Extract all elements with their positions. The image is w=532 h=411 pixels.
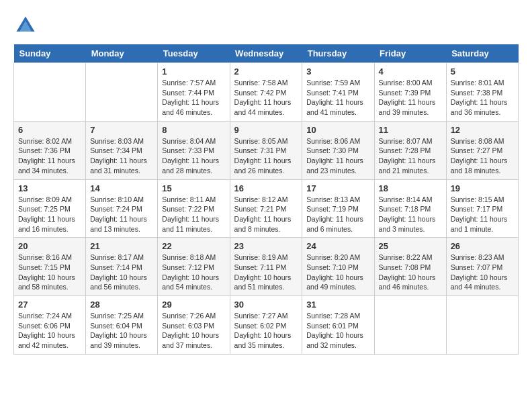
- day-info: Sunrise: 8:15 AMSunset: 7:17 PMDaylight:…: [451, 195, 514, 234]
- day-number: 30: [234, 300, 298, 310]
- day-info: Sunrise: 8:06 AMSunset: 7:30 PMDaylight:…: [306, 136, 369, 176]
- day-number: 28: [90, 300, 153, 310]
- calendar-cell: 10Sunrise: 8:06 AMSunset: 7:30 PMDayligh…: [302, 121, 374, 179]
- calendar-week-row: 6Sunrise: 8:02 AMSunset: 7:36 PMDaylight…: [14, 121, 519, 179]
- day-number: 22: [162, 241, 225, 251]
- day-header-thursday: Thursday: [302, 44, 374, 63]
- day-info: Sunrise: 7:27 AMSunset: 6:02 PMDaylight:…: [234, 311, 298, 351]
- calendar-cell: 31Sunrise: 7:28 AMSunset: 6:01 PMDayligh…: [302, 296, 374, 355]
- calendar-cell: 19Sunrise: 8:15 AMSunset: 7:17 PMDayligh…: [446, 179, 518, 238]
- day-number: 31: [306, 300, 369, 310]
- day-info: Sunrise: 8:09 AMSunset: 7:25 PMDaylight:…: [18, 195, 81, 234]
- day-number: 18: [379, 183, 442, 193]
- day-number: 20: [18, 241, 81, 251]
- day-info: Sunrise: 7:25 AMSunset: 6:04 PMDaylight:…: [90, 311, 153, 351]
- day-info: Sunrise: 7:58 AMSunset: 7:42 PMDaylight:…: [234, 78, 298, 118]
- day-number: 5: [451, 66, 514, 77]
- calendar-cell: 8Sunrise: 8:04 AMSunset: 7:33 PMDaylight…: [158, 121, 230, 179]
- day-info: Sunrise: 8:00 AMSunset: 7:39 PMDaylight:…: [379, 78, 442, 118]
- day-info: Sunrise: 7:59 AMSunset: 7:41 PMDaylight:…: [306, 78, 369, 118]
- calendar-cell: 5Sunrise: 8:01 AMSunset: 7:38 PMDaylight…: [446, 63, 518, 122]
- page-header: [13, 13, 519, 38]
- day-number: 4: [379, 66, 442, 77]
- day-number: 27: [18, 300, 81, 310]
- day-info: Sunrise: 8:18 AMSunset: 7:12 PMDaylight:…: [162, 253, 225, 292]
- day-header-saturday: Saturday: [446, 44, 518, 63]
- logo: [13, 13, 40, 38]
- day-number: 23: [234, 241, 298, 251]
- day-number: 12: [451, 125, 514, 135]
- day-info: Sunrise: 8:05 AMSunset: 7:31 PMDaylight:…: [234, 136, 298, 176]
- calendar-week-row: 1Sunrise: 7:57 AMSunset: 7:44 PMDaylight…: [14, 63, 519, 122]
- day-info: Sunrise: 7:57 AMSunset: 7:44 PMDaylight:…: [162, 78, 225, 118]
- day-info: Sunrise: 8:11 AMSunset: 7:22 PMDaylight:…: [162, 195, 225, 234]
- day-info: Sunrise: 8:07 AMSunset: 7:28 PMDaylight:…: [379, 136, 442, 176]
- day-number: 11: [379, 125, 442, 135]
- day-info: Sunrise: 8:14 AMSunset: 7:18 PMDaylight:…: [379, 195, 442, 234]
- calendar-cell: 27Sunrise: 7:24 AMSunset: 6:06 PMDayligh…: [14, 296, 86, 355]
- calendar-cell: 3Sunrise: 7:59 AMSunset: 7:41 PMDaylight…: [302, 63, 374, 122]
- calendar-cell: 18Sunrise: 8:14 AMSunset: 7:18 PMDayligh…: [374, 179, 446, 238]
- calendar-cell: [14, 63, 86, 122]
- calendar-cell: [374, 296, 446, 355]
- day-info: Sunrise: 8:01 AMSunset: 7:38 PMDaylight:…: [451, 78, 514, 118]
- calendar-cell: [86, 63, 158, 122]
- calendar-cell: 1Sunrise: 7:57 AMSunset: 7:44 PMDaylight…: [158, 63, 230, 122]
- calendar-cell: 9Sunrise: 8:05 AMSunset: 7:31 PMDaylight…: [230, 121, 302, 179]
- day-number: 14: [90, 183, 153, 193]
- day-number: 13: [18, 183, 81, 193]
- day-info: Sunrise: 8:22 AMSunset: 7:08 PMDaylight:…: [379, 253, 442, 292]
- day-number: 1: [162, 66, 225, 77]
- day-number: 19: [451, 183, 514, 193]
- day-number: 29: [162, 300, 225, 310]
- calendar-cell: 17Sunrise: 8:13 AMSunset: 7:19 PMDayligh…: [302, 179, 374, 238]
- day-info: Sunrise: 8:02 AMSunset: 7:36 PMDaylight:…: [18, 136, 81, 176]
- day-info: Sunrise: 8:10 AMSunset: 7:24 PMDaylight:…: [90, 195, 153, 234]
- day-header-wednesday: Wednesday: [230, 44, 302, 63]
- calendar-cell: 28Sunrise: 7:25 AMSunset: 6:04 PMDayligh…: [86, 296, 158, 355]
- day-number: 15: [162, 183, 225, 193]
- calendar-cell: 13Sunrise: 8:09 AMSunset: 7:25 PMDayligh…: [14, 179, 86, 238]
- day-info: Sunrise: 8:13 AMSunset: 7:19 PMDaylight:…: [306, 195, 369, 234]
- day-info: Sunrise: 8:23 AMSunset: 7:07 PMDaylight:…: [451, 253, 514, 292]
- day-header-friday: Friday: [374, 44, 446, 63]
- calendar-cell: 14Sunrise: 8:10 AMSunset: 7:24 PMDayligh…: [86, 179, 158, 238]
- day-number: 24: [306, 241, 369, 251]
- calendar-cell: 16Sunrise: 8:12 AMSunset: 7:21 PMDayligh…: [230, 179, 302, 238]
- calendar-cell: 23Sunrise: 8:19 AMSunset: 7:11 PMDayligh…: [230, 238, 302, 296]
- day-info: Sunrise: 8:17 AMSunset: 7:14 PMDaylight:…: [90, 253, 153, 292]
- calendar-cell: [446, 296, 518, 355]
- day-number: 21: [90, 241, 153, 251]
- day-number: 8: [162, 125, 225, 135]
- calendar-cell: 22Sunrise: 8:18 AMSunset: 7:12 PMDayligh…: [158, 238, 230, 296]
- logo-icon: [13, 13, 38, 38]
- day-info: Sunrise: 7:26 AMSunset: 6:03 PMDaylight:…: [162, 311, 225, 351]
- calendar-cell: 6Sunrise: 8:02 AMSunset: 7:36 PMDaylight…: [14, 121, 86, 179]
- calendar-cell: 12Sunrise: 8:08 AMSunset: 7:27 PMDayligh…: [446, 121, 518, 179]
- day-number: 3: [306, 66, 369, 77]
- day-info: Sunrise: 8:20 AMSunset: 7:10 PMDaylight:…: [306, 253, 369, 292]
- day-number: 25: [379, 241, 442, 251]
- day-number: 2: [234, 66, 298, 77]
- calendar-cell: 7Sunrise: 8:03 AMSunset: 7:34 PMDaylight…: [86, 121, 158, 179]
- calendar-cell: 25Sunrise: 8:22 AMSunset: 7:08 PMDayligh…: [374, 238, 446, 296]
- day-info: Sunrise: 8:04 AMSunset: 7:33 PMDaylight:…: [162, 136, 225, 176]
- calendar-week-row: 27Sunrise: 7:24 AMSunset: 6:06 PMDayligh…: [14, 296, 519, 355]
- calendar-week-row: 20Sunrise: 8:16 AMSunset: 7:15 PMDayligh…: [14, 238, 519, 296]
- calendar-cell: 20Sunrise: 8:16 AMSunset: 7:15 PMDayligh…: [14, 238, 86, 296]
- calendar-cell: 21Sunrise: 8:17 AMSunset: 7:14 PMDayligh…: [86, 238, 158, 296]
- calendar-cell: 2Sunrise: 7:58 AMSunset: 7:42 PMDaylight…: [230, 63, 302, 122]
- calendar-header-row: SundayMondayTuesdayWednesdayThursdayFrid…: [14, 44, 519, 63]
- day-info: Sunrise: 8:12 AMSunset: 7:21 PMDaylight:…: [234, 195, 298, 234]
- calendar-week-row: 13Sunrise: 8:09 AMSunset: 7:25 PMDayligh…: [14, 179, 519, 238]
- day-info: Sunrise: 8:03 AMSunset: 7:34 PMDaylight:…: [90, 136, 153, 176]
- day-info: Sunrise: 8:19 AMSunset: 7:11 PMDaylight:…: [234, 253, 298, 292]
- day-number: 10: [306, 125, 369, 135]
- day-header-sunday: Sunday: [14, 44, 86, 63]
- calendar-cell: 4Sunrise: 8:00 AMSunset: 7:39 PMDaylight…: [374, 63, 446, 122]
- calendar-cell: 15Sunrise: 8:11 AMSunset: 7:22 PMDayligh…: [158, 179, 230, 238]
- day-info: Sunrise: 7:24 AMSunset: 6:06 PMDaylight:…: [18, 311, 81, 351]
- day-number: 7: [90, 125, 153, 135]
- day-number: 16: [234, 183, 298, 193]
- day-info: Sunrise: 7:28 AMSunset: 6:01 PMDaylight:…: [306, 311, 369, 351]
